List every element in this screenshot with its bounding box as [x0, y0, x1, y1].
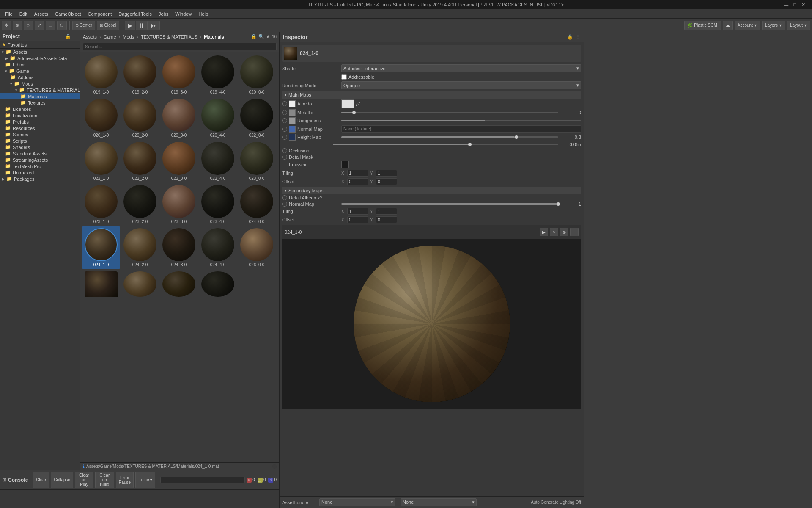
asset-search-input[interactable] [83, 43, 277, 50]
offset-y-input[interactable] [376, 178, 397, 185]
preview-pan-button[interactable]: ⊕ [560, 228, 568, 236]
tree-item-scripts[interactable]: 📁 Scripts [0, 138, 80, 144]
preview-brightness-button[interactable]: ☀ [550, 228, 558, 236]
asset-item-024-0-0[interactable]: 024_0-0 [238, 183, 276, 226]
console-collapse-button[interactable]: Collapse [51, 472, 73, 488]
tree-item-resources[interactable]: 📁 Resources [0, 125, 80, 131]
asset-bundle-dropdown[interactable]: None ▾ [319, 498, 395, 506]
tree-item-licenses[interactable]: 📁 Licenses [0, 106, 80, 112]
tree-item-textures[interactable]: 📁 Textures [0, 99, 80, 106]
tree-item-standard-assets[interactable]: 📁 Standard Assets [0, 150, 80, 157]
asset-item-row6-3[interactable] [160, 270, 198, 300]
asset-item-row6-2[interactable] [121, 270, 159, 300]
toolbar-hand-tool[interactable]: ✥ [2, 21, 11, 30]
close-button[interactable]: ✕ [801, 2, 805, 8]
asset-item-020-2-0[interactable]: 020_2-0 [121, 97, 159, 139]
asset-item-024-3-0[interactable]: 024_3-0 [160, 226, 198, 269]
menu-daggerfall-tools[interactable]: Daggerfall Tools [115, 11, 155, 17]
albedo-picker-icon[interactable]: 🖊 [356, 101, 360, 106]
albedo-color-swatch[interactable] [341, 99, 354, 108]
play-button[interactable]: ▶ [125, 21, 135, 30]
occlusion-check[interactable] [282, 148, 287, 153]
tree-item-materials[interactable]: 📁 Materials [0, 93, 80, 99]
titlebar-controls[interactable]: — □ ✕ [784, 2, 809, 8]
asset-item-022-1-0[interactable]: 022_1-0 [82, 140, 120, 182]
toolbar-transform-tool[interactable]: ⬡ [57, 21, 67, 30]
tree-item-streaming[interactable]: 📁 StreamingAssets [0, 157, 80, 163]
inspector-options-icon[interactable]: ⋮ [576, 34, 580, 40]
toolbar-move-tool[interactable]: ⊕ [13, 21, 22, 30]
menu-help[interactable]: Help [195, 11, 211, 17]
step-button[interactable]: ⏭ [148, 21, 160, 30]
cloud-button[interactable]: ☁ [723, 21, 733, 30]
tree-item-packages[interactable]: ▶ 📁 Packages [0, 176, 80, 182]
toolbar-pivot-button[interactable]: ⊙ Center [72, 21, 95, 30]
asset-item-024-1-0[interactable]: 024_1-0 [82, 226, 120, 269]
pause-button[interactable]: ⏸ [136, 21, 148, 30]
asset-item-022-0-0[interactable]: 022_0-0 [238, 97, 276, 139]
asset-item-023-2-0[interactable]: 023_2-0 [121, 183, 159, 226]
asset-item-022-2-0[interactable]: 022_2-0 [121, 140, 159, 182]
asset-item-026-0-0[interactable]: 026_0-0 [238, 226, 276, 269]
offset-x-input[interactable] [347, 178, 368, 185]
tree-item-addons[interactable]: 📁 Addons [0, 74, 80, 80]
console-clear-on-build-button[interactable]: Clear on Build [95, 472, 114, 488]
breadcrumb-game[interactable]: Game [104, 34, 116, 39]
asset-item-024-2-0[interactable]: 024_2-0 [121, 226, 159, 269]
tree-item-untracked[interactable]: 📁 Untracked [0, 169, 80, 176]
console-error-pause-button[interactable]: Error Pause [116, 472, 134, 488]
tree-item-assets[interactable]: ▾ 📁 Assets [0, 49, 80, 55]
tree-item-localization[interactable]: 📁 Localization [0, 112, 80, 119]
tree-item-addressable[interactable]: ▶ 📁 AddressableAssetsData [0, 55, 80, 61]
asset-bundle-variant-dropdown[interactable]: None ▾ [401, 498, 477, 506]
asset-item-020-3-0[interactable]: 020_3-0 [160, 97, 198, 139]
tiling-y-input[interactable] [376, 170, 397, 177]
console-clear-on-play-button[interactable]: Clear on Play [75, 472, 93, 488]
normal-map-slot[interactable]: None (Texture) [341, 125, 581, 133]
menu-assets[interactable]: Assets [31, 11, 52, 17]
secondary-tiling-x-input[interactable] [347, 208, 368, 215]
layers-dropdown[interactable]: Layers ▾ [762, 21, 785, 30]
breadcrumb-textures-materials[interactable]: TEXTURES & MATERIALS [141, 34, 198, 39]
lock-asset-icon[interactable]: 🔒 [251, 34, 257, 39]
secondary-tiling-y-input[interactable] [376, 208, 397, 215]
asset-item-020-4-0[interactable]: 020_4-0 [199, 97, 237, 139]
console-clear-button[interactable]: Clear [33, 472, 49, 488]
secondary-offset-y-input[interactable] [376, 216, 397, 223]
console-search-input[interactable] [160, 477, 245, 483]
account-dropdown[interactable]: Account ▾ [735, 21, 760, 30]
asset-item-023-3-0[interactable]: 023_3-0 [160, 183, 198, 226]
plastic-scm-button[interactable]: 🌿 Plastic SCM [684, 21, 721, 30]
preview-play-button[interactable]: ▶ [540, 228, 548, 236]
asset-item-019-4-0[interactable]: 019_4-0 [199, 54, 237, 96]
breadcrumb-mods[interactable]: Mods [123, 34, 134, 39]
rendering-mode-dropdown[interactable]: Opaque ▾ [341, 81, 581, 89]
menu-file[interactable]: File [2, 11, 16, 17]
asset-item-024-4-0[interactable]: 024_4-0 [199, 226, 237, 269]
asset-item-023-0-0[interactable]: 023_0-0 [238, 140, 276, 182]
search-asset-icon[interactable]: 🔍 [258, 34, 264, 39]
tree-item-shaders[interactable]: 📁 Shaders [0, 144, 80, 150]
toolbar-rect-tool[interactable]: ▭ [46, 21, 55, 30]
tree-item-game[interactable]: ▾ 📁 Game [0, 68, 80, 74]
tree-item-prefabs[interactable]: 📁 Prefabs [0, 119, 80, 125]
tree-item-textures-materials[interactable]: ▾ 📁 TEXTURES & MATERIALS [0, 87, 80, 93]
asset-item-022-4-0[interactable]: 022_4-0 [199, 140, 237, 182]
secondary-offset-x-input[interactable] [347, 216, 368, 223]
star-asset-icon[interactable]: ★ [266, 34, 270, 39]
metallic-check[interactable] [282, 110, 287, 115]
menu-gameobject[interactable]: GameObject [52, 11, 85, 17]
height-check[interactable] [282, 135, 287, 140]
secondary-normal-slider[interactable] [341, 203, 558, 205]
detail-mask-check[interactable] [282, 155, 287, 160]
preview-options-button[interactable]: ⋮ [570, 228, 579, 236]
asset-item-019-1-0[interactable]: 019_1-0 [82, 54, 120, 96]
tiling-x-input[interactable] [347, 170, 368, 177]
asset-item-023-4-0[interactable]: 023_4-0 [199, 183, 237, 226]
asset-item-022-3-0[interactable]: 022_3-0 [160, 140, 198, 182]
emission-color-swatch[interactable] [341, 161, 349, 168]
height-slider[interactable] [341, 136, 558, 138]
roughness-slider[interactable] [341, 120, 581, 121]
asset-item-023-1-0[interactable]: 023_1-0 [82, 183, 120, 226]
asset-item-row6-1[interactable] [82, 270, 120, 300]
